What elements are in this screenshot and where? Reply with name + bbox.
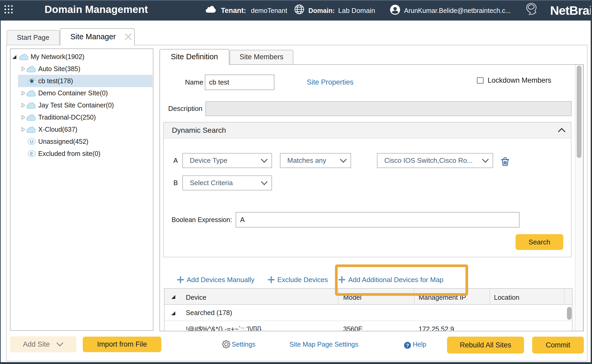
- svg-text:E: E: [30, 151, 33, 156]
- svg-text:U: U: [30, 139, 33, 144]
- svg-text:?: ?: [406, 343, 409, 348]
